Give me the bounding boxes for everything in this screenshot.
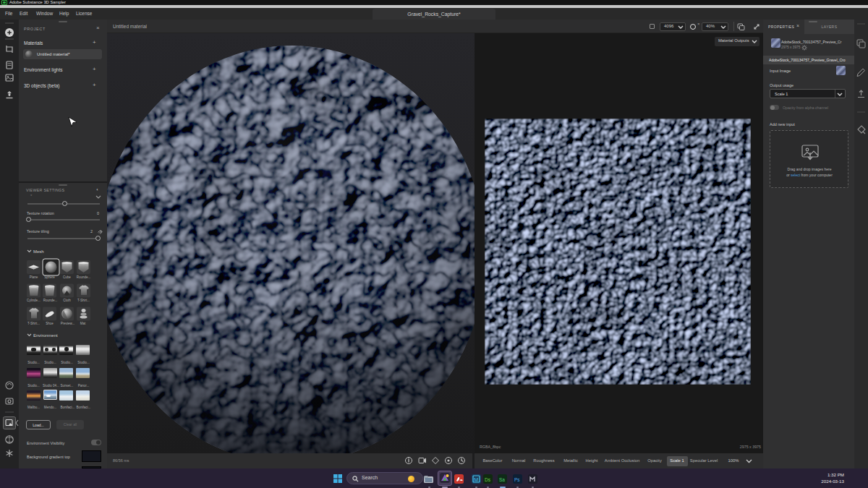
svg-text:Ds: Ds <box>485 477 491 482</box>
svg-text:Sa: Sa <box>499 477 505 482</box>
svg-text:M: M <box>474 477 478 482</box>
svg-text:Ps: Ps <box>514 477 520 482</box>
